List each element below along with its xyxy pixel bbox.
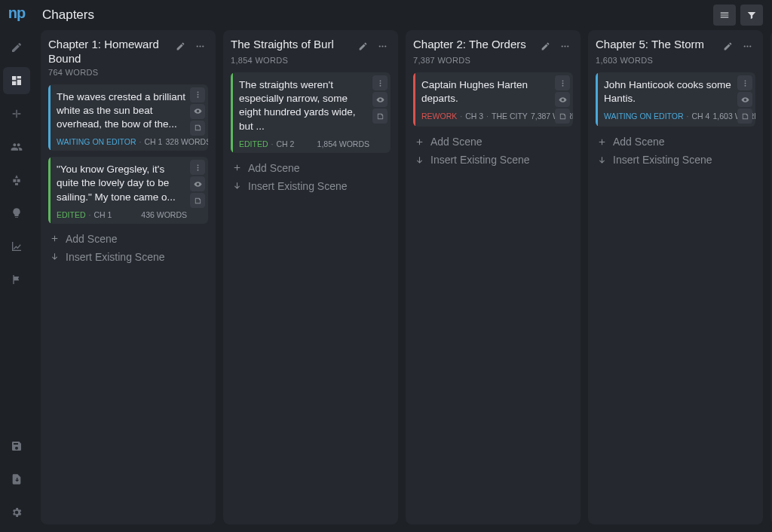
svg-point-12 [379, 80, 381, 81]
add-scene-button[interactable]: Add Scene [48, 230, 208, 248]
insert-existing-label: Insert Existing Scene [66, 251, 165, 263]
timeline-icon[interactable] [3, 100, 30, 127]
scene-card[interactable]: John Hanticook cooks some Hantis.WAITING… [596, 72, 755, 127]
scene-note-button[interactable] [372, 109, 388, 124]
scene-view-button[interactable] [737, 92, 752, 107]
scene-excerpt: The waves crested a brilliant white as t… [57, 90, 187, 132]
column-edit-button[interactable] [537, 38, 553, 54]
people-icon[interactable] [3, 133, 30, 161]
scene-meta: EDITED·CH 21,854 WORDS [239, 139, 369, 148]
add-scene-button[interactable]: Add Scene [413, 133, 573, 151]
board-icon[interactable] [3, 67, 30, 94]
insert-existing-label: Insert Existing Scene [248, 180, 348, 192]
scene-body: John Hanticook cooks some Hantis.WAITING… [598, 72, 737, 127]
app-root: np [0, 0, 772, 532]
chapter-column: The Straights of Burl1,854 WORDSThe stra… [223, 30, 398, 524]
lightbulb-icon[interactable] [3, 200, 30, 227]
column-edit-button[interactable] [172, 38, 188, 54]
filter-button[interactable] [740, 5, 763, 26]
insert-existing-scene-button[interactable]: Insert Existing Scene [413, 151, 573, 169]
scene-card[interactable]: The straights weren't especially narrow,… [231, 72, 391, 153]
add-scene-button[interactable]: Add Scene [231, 159, 391, 177]
scene-excerpt: The straights weren't especially narrow,… [239, 78, 369, 133]
scene-view-button[interactable] [372, 92, 388, 107]
add-scene-button[interactable]: Add Scene [596, 133, 755, 151]
add-scene-label: Add Scene [430, 136, 482, 148]
svg-point-17 [567, 45, 568, 47]
add-scene-label: Add Scene [248, 162, 300, 174]
scene-excerpt: John Hanticook cooks some Hantis. [604, 78, 734, 105]
scene-more-button[interactable] [737, 75, 752, 90]
scene-note-button[interactable] [190, 121, 205, 136]
insert-existing-label: Insert Existing Scene [613, 154, 712, 166]
scene-card[interactable]: Captain Hughes Harten departs.REWORK·CH … [413, 72, 573, 127]
scene-chapter-label: CH 2 [276, 139, 294, 148]
svg-point-7 [197, 167, 198, 168]
svg-point-22 [746, 45, 748, 47]
settings-icon[interactable] [3, 499, 30, 526]
save-icon[interactable] [3, 433, 30, 460]
scene-chapter-label: CH 1 [145, 137, 163, 146]
scene-meta: EDITED·CH 1436 WORDS [57, 210, 187, 219]
scene-excerpt: Captain Hughes Harten departs. [421, 78, 552, 105]
svg-point-19 [562, 82, 563, 84]
chart-icon[interactable] [3, 233, 30, 260]
flag-icon[interactable] [3, 266, 30, 293]
insert-existing-scene-button[interactable]: Insert Existing Scene [48, 248, 208, 266]
svg-point-10 [381, 45, 383, 47]
scene-excerpt: "You know Gregsley, it's quite the lovel… [57, 163, 187, 204]
svg-point-4 [197, 94, 198, 96]
insert-existing-scene-button[interactable]: Insert Existing Scene [231, 177, 391, 195]
kanban-board[interactable]: Chapter 1: Homeward Bound764 WORDSThe wa… [33, 30, 772, 532]
scene-note-button[interactable] [737, 109, 752, 124]
svg-point-23 [749, 45, 751, 47]
scene-more-button[interactable] [190, 160, 205, 175]
app-logo[interactable]: np [8, 5, 25, 22]
column-more-button[interactable] [374, 38, 391, 54]
svg-point-0 [196, 45, 198, 47]
column-word-count: 1,854 WORDS [231, 56, 391, 65]
filter-icon [746, 10, 757, 20]
scene-view-button[interactable] [555, 92, 570, 107]
scene-note-button[interactable] [190, 193, 205, 208]
structure-icon[interactable] [3, 167, 30, 194]
column-header: Chapter 5: The Storm [596, 38, 755, 54]
column-edit-button[interactable] [354, 38, 371, 54]
scene-actions [737, 72, 755, 127]
column-title[interactable]: The Straights of Burl [231, 38, 351, 52]
scene-status-label: REWORK [421, 112, 457, 121]
scene-more-button[interactable] [555, 75, 570, 90]
scene-location-label: THE CITY [492, 112, 528, 121]
insert-existing-scene-button[interactable]: Insert Existing Scene [596, 151, 755, 169]
scene-meta: WAITING ON EDITOR·CH 1328 WORDS [57, 137, 187, 146]
sidebar: np [0, 0, 33, 532]
column-title[interactable]: Chapter 5: The Storm [596, 38, 716, 52]
scene-note-button[interactable] [555, 109, 570, 124]
svg-point-9 [378, 45, 380, 47]
scene-actions [555, 72, 573, 127]
column-more-button[interactable] [191, 38, 208, 54]
scene-card[interactable]: The waves crested a brilliant white as t… [48, 84, 208, 151]
column-more-button[interactable] [739, 38, 755, 54]
column-title[interactable]: Chapter 2: The Orders [413, 38, 534, 52]
scene-view-button[interactable] [190, 176, 205, 191]
topbar: Chapters [33, 0, 772, 30]
column-more-button[interactable] [556, 38, 573, 54]
svg-point-11 [384, 45, 386, 47]
svg-point-16 [564, 45, 565, 47]
scene-status-label: WAITING ON EDITOR [604, 112, 684, 121]
export-icon[interactable] [3, 466, 30, 493]
svg-point-15 [561, 45, 562, 47]
column-edit-button[interactable] [719, 38, 736, 54]
pen-icon[interactable] [3, 34, 30, 61]
scene-status-label: EDITED [57, 210, 86, 219]
scene-meta: WAITING ON EDITOR·CH 41,603 WORDS [604, 112, 734, 121]
scene-more-button[interactable] [372, 75, 388, 90]
menu-button[interactable] [713, 5, 736, 26]
svg-point-21 [743, 45, 745, 47]
scene-card[interactable]: "You know Gregsley, it's quite the lovel… [48, 157, 208, 224]
scene-more-button[interactable] [190, 87, 205, 102]
column-title[interactable]: Chapter 1: Homeward Bound [48, 38, 169, 66]
scene-body: Captain Hughes Harten departs.REWORK·CH … [415, 72, 555, 127]
scene-view-button[interactable] [190, 104, 205, 119]
